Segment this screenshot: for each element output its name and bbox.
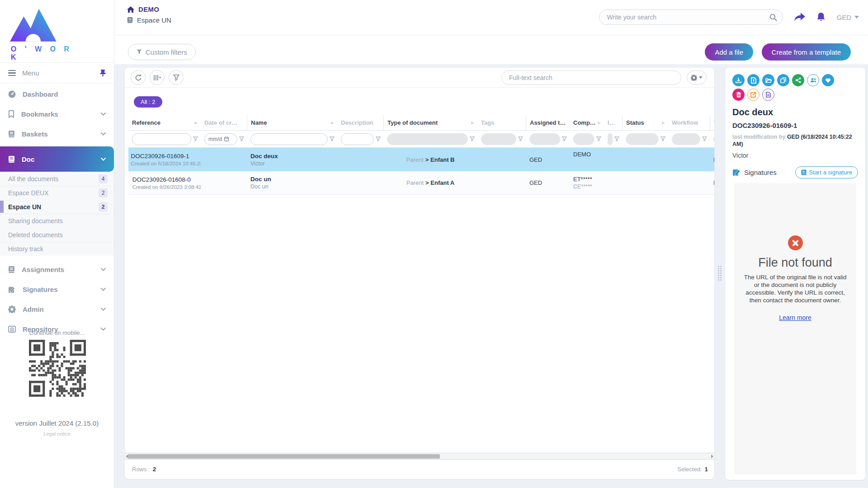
favorite-heart-icon[interactable] bbox=[822, 74, 834, 86]
workspace-name[interactable]: DEMO bbox=[138, 5, 159, 13]
fulltext-search[interactable] bbox=[501, 70, 681, 85]
sidebar-item-all-documents[interactable]: All the documents 4 bbox=[0, 172, 114, 186]
funnel-icon[interactable] bbox=[239, 136, 244, 141]
table-footer: Rows : 2 Selected: 1 bbox=[125, 460, 714, 479]
date-filter-input[interactable]: mm/d bbox=[204, 133, 237, 145]
column-header-company[interactable]: Comp…▸ bbox=[570, 115, 604, 130]
y-filter-input bbox=[713, 133, 714, 145]
funnel-icon[interactable] bbox=[193, 136, 198, 141]
top-header: DEMO Espace UN GED Cust bbox=[114, 0, 868, 64]
share-forward-icon[interactable] bbox=[794, 12, 806, 22]
user-menu[interactable]: GED bbox=[836, 14, 859, 21]
list-settings-button[interactable] bbox=[687, 70, 707, 84]
global-search[interactable] bbox=[599, 9, 783, 25]
funnel-icon[interactable] bbox=[596, 136, 601, 141]
learn-more-link[interactable]: Learn more bbox=[779, 314, 811, 321]
scrollbar-thumb[interactable] bbox=[128, 454, 440, 459]
chevron-down-icon bbox=[101, 268, 106, 271]
bookmark-icon bbox=[8, 110, 14, 118]
list-toolbar bbox=[125, 68, 714, 88]
sidebar-item-baskets[interactable]: Baskets bbox=[0, 124, 114, 144]
name-filter-input[interactable] bbox=[250, 133, 328, 145]
column-header-assigned[interactable]: Assigned t… bbox=[526, 115, 570, 130]
count-badge: 2 bbox=[99, 202, 108, 211]
properties-document-icon[interactable] bbox=[762, 89, 774, 101]
tab-all[interactable]: All : 2 bbox=[134, 96, 162, 108]
horizontal-scrollbar[interactable] bbox=[125, 453, 714, 460]
bell-icon[interactable] bbox=[816, 12, 826, 23]
chevron-down-icon bbox=[699, 76, 703, 79]
sidebar-item-sharing-documents[interactable]: Sharing documents bbox=[0, 214, 114, 228]
status-filter-input bbox=[626, 133, 659, 145]
sidebar-item-espace-un[interactable]: Espace UN 2 bbox=[0, 200, 114, 214]
error-title: File not found bbox=[758, 256, 832, 270]
add-file-button[interactable]: Add a file bbox=[705, 43, 753, 61]
action-row: Custom filters Add a file Create from a … bbox=[114, 35, 868, 64]
reference-filter-input[interactable] bbox=[132, 133, 191, 145]
global-search-input[interactable] bbox=[607, 14, 769, 21]
share-icon[interactable] bbox=[792, 74, 804, 86]
qr-code bbox=[29, 340, 86, 397]
download-icon[interactable] bbox=[732, 74, 745, 86]
funnel-icon[interactable] bbox=[470, 136, 475, 141]
edit-external-icon[interactable] bbox=[747, 89, 760, 101]
table-row[interactable]: w DOC230926-01609-1 Created on 6/18/2024… bbox=[128, 148, 714, 171]
column-header-type[interactable]: Type of document▸ bbox=[383, 115, 477, 130]
start-signature-button[interactable]: Start a signature bbox=[795, 166, 858, 178]
column-header-name[interactable]: Name▸ bbox=[247, 115, 337, 130]
column-header-status[interactable]: Status▸ bbox=[622, 115, 668, 130]
duplicate-icon[interactable] bbox=[777, 74, 789, 86]
table-row[interactable]: DOC230926-01608-0 Created on 9/26/2023 3… bbox=[128, 171, 714, 195]
assigned-to: GED bbox=[529, 156, 566, 163]
column-header-date[interactable]: Date of cr… bbox=[201, 115, 247, 130]
sidebar-item-admin[interactable]: Admin bbox=[0, 299, 114, 319]
funnel-icon[interactable] bbox=[614, 136, 619, 141]
refresh-button[interactable] bbox=[131, 70, 146, 85]
filter-button[interactable] bbox=[169, 70, 184, 85]
user-name: GED bbox=[836, 14, 851, 21]
detail-author: Victor bbox=[732, 152, 858, 159]
sidebar-item-history-track[interactable]: History track bbox=[0, 242, 114, 256]
space-name[interactable]: Espace UN bbox=[137, 16, 171, 24]
type-filter-input bbox=[387, 133, 468, 145]
create-from-template-button[interactable]: Create from a template bbox=[762, 43, 851, 61]
pin-icon[interactable] bbox=[100, 70, 106, 77]
column-header-workflow[interactable]: Workflow bbox=[668, 115, 710, 130]
sidebar-item-doc[interactable]: Doc bbox=[0, 146, 114, 172]
funnel-icon[interactable] bbox=[702, 136, 707, 141]
columns-button[interactable] bbox=[150, 70, 165, 85]
funnel-icon[interactable] bbox=[660, 136, 665, 141]
sidebar-item-signatures[interactable]: Signatures bbox=[0, 279, 114, 299]
search-icon[interactable] bbox=[769, 14, 777, 21]
sub-item-label: Espace DEUX bbox=[8, 189, 48, 197]
column-header-tags[interactable]: Tags bbox=[477, 115, 526, 130]
sidebar-item-assignments[interactable]: Assignments bbox=[0, 259, 114, 279]
add-version-icon[interactable] bbox=[747, 74, 760, 86]
funnel-icon[interactable] bbox=[562, 136, 567, 141]
column-header-i[interactable]: I… bbox=[604, 115, 622, 130]
document-created: Created on 9/26/2023 3:08:43 AM bbox=[132, 184, 201, 190]
legal-notice-link[interactable]: Legal notice bbox=[0, 431, 114, 436]
funnel-icon[interactable] bbox=[518, 136, 523, 141]
column-header-description[interactable]: Description bbox=[337, 115, 383, 130]
scroll-right-arrow[interactable] bbox=[711, 455, 713, 458]
detail-title: Doc deux bbox=[732, 107, 858, 117]
funnel-icon[interactable] bbox=[376, 136, 381, 141]
delete-trash-icon[interactable] bbox=[732, 89, 745, 101]
sidebar-item-dashboard[interactable]: Dashboard bbox=[0, 84, 114, 104]
funnel-icon[interactable] bbox=[330, 136, 335, 141]
sidebar-item-espace-deux[interactable]: Espace DEUX 2 bbox=[0, 186, 114, 200]
open-folder-icon[interactable] bbox=[762, 74, 774, 86]
hamburger-icon[interactable] bbox=[8, 70, 16, 76]
panel-resize-handle[interactable] bbox=[718, 266, 722, 281]
description-filter-input[interactable] bbox=[341, 133, 374, 145]
column-header-y[interactable]: Y… bbox=[710, 115, 714, 130]
column-header-reference[interactable]: Reference▸ bbox=[128, 115, 201, 130]
sidebar-item-deleted-documents[interactable]: Deleted documents bbox=[0, 228, 114, 242]
sidebar-item-bookmarks[interactable]: Bookmarks bbox=[0, 104, 114, 124]
fulltext-search-input[interactable] bbox=[509, 74, 674, 81]
custom-filters-button[interactable]: Custom filters bbox=[128, 44, 196, 60]
sidebar-item-label: Admin bbox=[23, 305, 44, 313]
permissions-users-icon[interactable] bbox=[807, 74, 819, 86]
signatures-label: Signatures bbox=[744, 169, 777, 176]
